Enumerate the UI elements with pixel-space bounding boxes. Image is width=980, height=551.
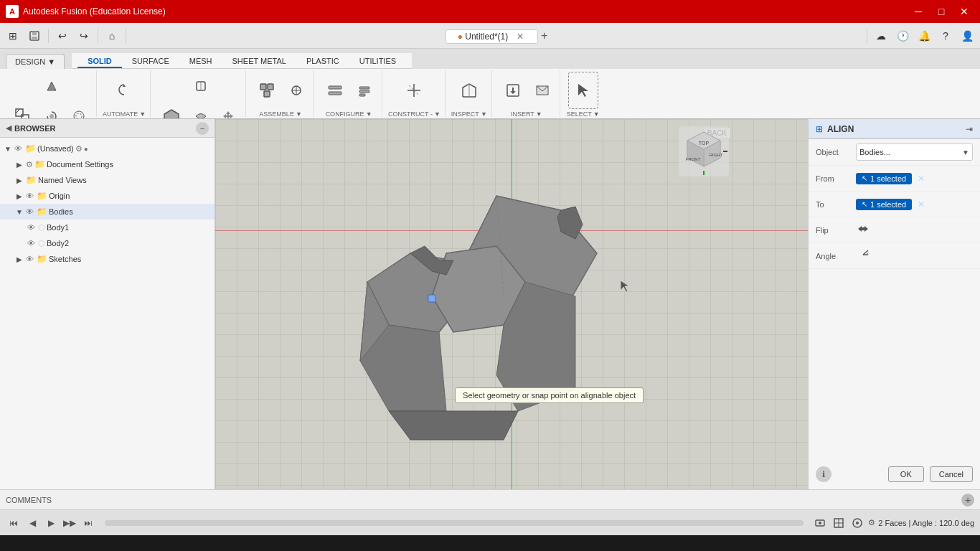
titlebar: A Autodesk Fusion (Education License) ─ … bbox=[0, 0, 980, 23]
viewport[interactable]: Select geometry or snap point on alignab… bbox=[215, 119, 808, 489]
named-views-toggle[interactable]: ▶ bbox=[14, 175, 24, 185]
doc-settings-toggle[interactable]: ▶ bbox=[14, 159, 24, 169]
timeline-prev-button[interactable]: ◀ bbox=[24, 515, 40, 531]
root-settings-icon[interactable]: ⚙ bbox=[75, 144, 83, 154]
view-gizmo[interactable]: TOP RIGHT FRONT bbox=[679, 126, 729, 176]
undo-button[interactable]: ↩ bbox=[52, 27, 72, 45]
inspect-button[interactable] bbox=[454, 72, 484, 109]
timeline-next-button[interactable]: ▶▶ bbox=[62, 515, 77, 531]
to-clear-button[interactable]: ✕ bbox=[918, 199, 925, 209]
browser-collapse-icon[interactable]: ◀ bbox=[6, 123, 11, 133]
tree-body2[interactable]: 👁 ⬡ Body2 bbox=[0, 235, 215, 251]
align-expand-button[interactable]: ⇥ bbox=[966, 124, 973, 134]
timeline-track[interactable] bbox=[105, 520, 804, 526]
thread-button[interactable] bbox=[66, 102, 92, 119]
insert-button[interactable] bbox=[498, 72, 528, 109]
sketches-eye-icon[interactable]: 👁 bbox=[26, 255, 34, 263]
doc-settings-gear-icon[interactable]: ⚙ bbox=[26, 160, 33, 169]
design-dropdown-button[interactable]: DESIGN ▼ bbox=[6, 54, 65, 69]
inspect-label[interactable]: INSPECT ▼ bbox=[451, 110, 487, 118]
tab-utilities[interactable]: UTILITIES bbox=[349, 55, 406, 68]
configure-label[interactable]: CONFIGURE ▼ bbox=[326, 110, 372, 118]
automate-label[interactable]: AUTOMATE ▼ bbox=[103, 110, 146, 118]
root-eye-icon[interactable]: 👁 bbox=[14, 144, 22, 153]
bodies-eye-icon[interactable]: 👁 bbox=[26, 207, 34, 216]
insert-label[interactable]: INSERT ▼ bbox=[511, 110, 542, 118]
from-clear-button[interactable]: ✕ bbox=[918, 174, 925, 184]
assemble-2-button[interactable] bbox=[283, 76, 309, 105]
timeline-option-1[interactable] bbox=[812, 515, 828, 531]
tab-surface[interactable]: SURFACE bbox=[122, 55, 179, 68]
svg-point-12 bbox=[74, 111, 84, 119]
tree-root-item[interactable]: ▼ 👁 📁 (Unsaved) ⚙ ● bbox=[0, 141, 215, 156]
configure-2-button[interactable] bbox=[352, 76, 377, 105]
help-button[interactable]: ? bbox=[936, 27, 956, 45]
timeline-next-end-button[interactable]: ⏭ bbox=[80, 515, 96, 531]
svg-line-7 bbox=[16, 109, 20, 113]
angle-icon[interactable] bbox=[856, 253, 870, 264]
tree-body1[interactable]: 👁 ⬡ Body1 bbox=[0, 220, 215, 235]
tree-bodies[interactable]: ▼ 👁 📁 Bodies bbox=[0, 204, 215, 220]
new-tab-button[interactable]: + bbox=[541, 29, 547, 42]
cloud-button[interactable]: ☁ bbox=[871, 27, 891, 45]
assemble-button[interactable] bbox=[252, 72, 282, 109]
modify-3-button[interactable] bbox=[188, 102, 214, 119]
tab-sheet-metal[interactable]: SHEET METAL bbox=[222, 55, 296, 68]
timeline-prev-start-button[interactable]: ⏮ bbox=[6, 515, 22, 531]
save-button[interactable] bbox=[24, 27, 44, 45]
maximize-button[interactable]: □ bbox=[931, 4, 951, 19]
align-panel-header: ⊞ ALIGN ⇥ bbox=[809, 119, 980, 139]
timeline-play-button[interactable]: ▶ bbox=[43, 515, 59, 531]
tree-named-views[interactable]: ▶ 📁 Named Views bbox=[0, 172, 215, 188]
origin-eye-icon[interactable]: 👁 bbox=[26, 192, 34, 200]
insert-2-button[interactable] bbox=[529, 76, 555, 105]
root-extra-icon[interactable]: ● bbox=[84, 145, 88, 153]
extrude-button[interactable] bbox=[39, 72, 65, 100]
align-cancel-button[interactable]: Cancel bbox=[930, 466, 973, 482]
configure-button[interactable] bbox=[320, 72, 350, 109]
tab-solid[interactable]: SOLID bbox=[77, 55, 122, 68]
add-comment-button[interactable]: + bbox=[961, 494, 974, 507]
tree-sketches[interactable]: ▶ 👁 📁 Sketches bbox=[0, 251, 215, 267]
assemble-label[interactable]: ASSEMBLE ▼ bbox=[259, 110, 301, 118]
tree-doc-settings[interactable]: ▶ ⚙ 📁 Document Settings bbox=[0, 156, 215, 172]
grid-view-button[interactable]: ⊞ bbox=[3, 27, 23, 45]
home-button[interactable]: ⌂ bbox=[102, 27, 122, 45]
tab-mesh[interactable]: MESH bbox=[179, 55, 222, 68]
tree-origin[interactable]: ▶ 👁 📁 Origin bbox=[0, 188, 215, 204]
close-button[interactable]: ✕ bbox=[954, 4, 974, 19]
object-select[interactable]: Bodies... ▼ bbox=[856, 143, 973, 161]
flip-button[interactable] bbox=[856, 227, 870, 238]
automate-button[interactable] bbox=[109, 72, 139, 109]
construct-label[interactable]: CONSTRUCT - ▼ bbox=[388, 110, 440, 118]
body1-eye-icon[interactable]: 👁 bbox=[27, 223, 35, 232]
tab-close-icon[interactable]: ✕ bbox=[517, 32, 524, 42]
redo-button[interactable]: ↪ bbox=[74, 27, 94, 45]
user-button[interactable]: 👤 bbox=[957, 27, 977, 45]
browser-close-button[interactable]: − bbox=[196, 122, 209, 135]
root-toggle[interactable]: ▼ bbox=[3, 143, 13, 154]
timeline-option-3[interactable] bbox=[849, 515, 865, 531]
timeline-settings-icon[interactable]: ⚙ bbox=[868, 518, 875, 527]
align-info-button[interactable]: ℹ bbox=[816, 466, 831, 482]
move-button[interactable] bbox=[215, 102, 241, 119]
select-button[interactable] bbox=[568, 72, 598, 109]
new-component-button[interactable] bbox=[7, 98, 37, 119]
to-selected-chip[interactable]: ↖ 1 selected bbox=[856, 199, 912, 210]
timeline-option-2[interactable] bbox=[831, 515, 847, 531]
body2-eye-icon[interactable]: 👁 bbox=[27, 239, 35, 248]
construct-button[interactable] bbox=[399, 72, 429, 109]
select-label[interactable]: SELECT ▼ bbox=[567, 110, 600, 118]
modify-main-button[interactable] bbox=[156, 98, 187, 119]
modify-2-button[interactable] bbox=[188, 72, 214, 100]
bodies-toggle[interactable]: ▼ bbox=[14, 207, 24, 217]
from-selected-chip[interactable]: ↖ 1 selected bbox=[856, 173, 912, 184]
origin-toggle[interactable]: ▶ bbox=[14, 191, 24, 201]
notifications-button[interactable]: 🔔 bbox=[914, 27, 934, 45]
clock-button[interactable]: 🕐 bbox=[892, 27, 913, 45]
revolve-button[interactable] bbox=[39, 102, 65, 119]
tab-plastic[interactable]: PLASTIC bbox=[296, 55, 349, 68]
minimize-button[interactable]: ─ bbox=[908, 4, 928, 19]
align-ok-button[interactable]: OK bbox=[888, 466, 924, 482]
sketches-toggle[interactable]: ▶ bbox=[14, 254, 24, 264]
